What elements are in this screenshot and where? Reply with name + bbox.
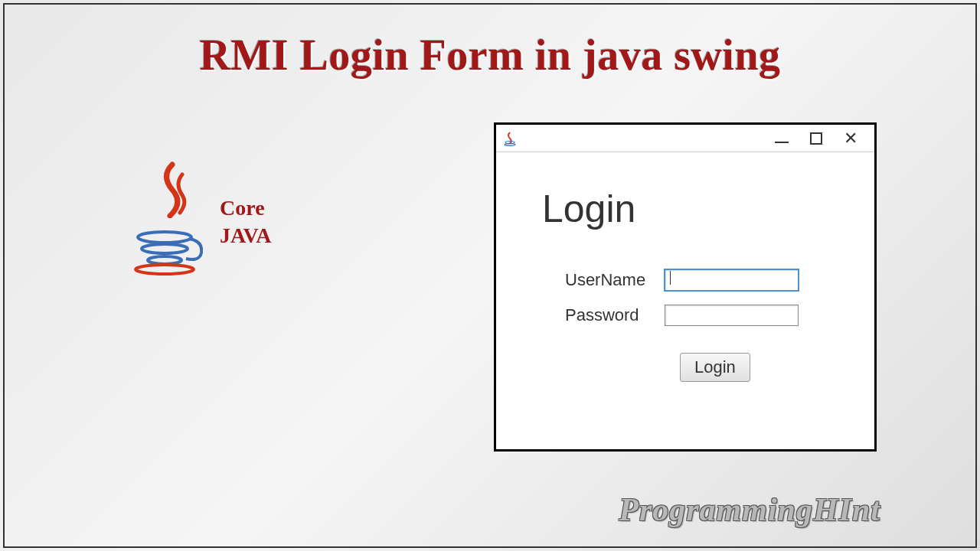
footer-brand: ProgrammingHInt [619,491,880,528]
svg-point-2 [148,256,181,264]
maximize-icon[interactable] [810,132,822,145]
login-window: ✕ Login UserName Password Login [494,122,877,452]
login-heading: Login [542,187,828,231]
java-cup-icon [134,230,203,276]
svg-point-1 [142,244,188,253]
java-steam-icon [153,161,191,218]
svg-point-3 [136,265,194,274]
java-logo-text: Core JAVA [220,194,271,250]
username-label: UserName [565,270,665,290]
login-button[interactable]: Login [680,353,750,382]
password-label: Password [565,305,665,325]
logo-line2: JAVA [220,222,271,249]
username-input[interactable] [665,269,799,291]
minimize-icon[interactable] [775,142,789,143]
password-row: Password [565,305,828,326]
password-input[interactable] [665,305,799,326]
logo-line1: Core [220,194,271,222]
svg-point-5 [505,143,515,145]
java-logo-icon [126,161,211,283]
svg-point-4 [505,141,514,143]
username-row: UserName [565,269,828,291]
window-titlebar[interactable]: ✕ [496,125,874,152]
java-logo-section: Core JAVA [126,161,271,283]
close-icon[interactable]: ✕ [844,130,858,147]
svg-point-0 [138,232,191,243]
page-title: RMI Login Form in java swing [199,31,780,80]
window-content: Login UserName Password Login [496,152,874,416]
java-app-icon [502,131,518,146]
